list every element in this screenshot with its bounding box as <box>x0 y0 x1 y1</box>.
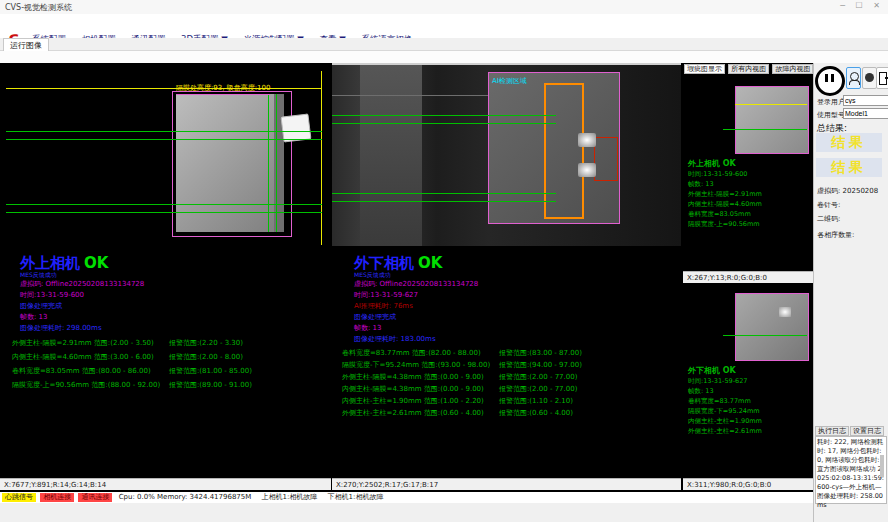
thumb2-line-title: 外下相机 OK <box>688 365 736 376</box>
thumb1-line: 时间:13-31-59-600 <box>688 170 747 179</box>
user-icon-body <box>849 80 860 85</box>
left-camera-name: 外上相机 <box>20 254 80 272</box>
exit-door-icon <box>879 72 887 85</box>
qr-code-label: 二维码: <box>817 214 840 224</box>
thumbnail-panel-1[interactable]: 外上相机 OK 时间:13-31-59-600 帧数: 13 外侧主柱-隔膜=2… <box>683 74 813 271</box>
thumb1-line: 帧数: 13 <box>688 180 714 189</box>
upper-camera-status: 上相机1:相机故障 <box>262 493 318 501</box>
pause-button[interactable] <box>815 66 845 96</box>
left-measure-row: 卷料宽度=83.05mm 范围:(80.00 - 86.00)报警范围:(81.… <box>12 366 151 376</box>
log-scrollbar[interactable] <box>880 455 884 477</box>
thumb2-line: 外侧主柱-主柱=2.61mm <box>688 427 762 436</box>
middle-camera-name: 外下相机 <box>354 254 414 272</box>
middle-measure-row: 隔膜宽度-下=95.24mm 范围:(93.00 - 98.00)报警范围:(9… <box>342 360 490 370</box>
middle-measure-row: 外侧主柱-主柱=2.61mm 范围:(0.60 - 4.00)报警范围:(0.6… <box>342 408 484 418</box>
virtual-code-text: 虚拟码: 20250208 <box>817 186 878 196</box>
left-measure-line-4 <box>6 212 322 213</box>
cpu-memory-text: Cpu: 0.0% Memory: 3424.41796875M <box>119 493 252 501</box>
tab-run-image[interactable]: 运行图像 <box>3 38 49 52</box>
window-controls[interactable]: ─ ☐ ✕ <box>840 1 884 10</box>
camera-connect-badge: 相机连接 <box>40 493 74 502</box>
left-process-done: 图像处理完成 <box>20 301 62 311</box>
left-measure-vline-1 <box>268 94 269 232</box>
gear-icon <box>865 73 874 82</box>
thumb2-line: 隔膜宽度-下=95.24mm <box>688 407 760 416</box>
status-bar: 心跳信号 相机连接 通讯连接 Cpu: 0.0% Memory: 3424.41… <box>0 492 813 503</box>
left-camera-panel[interactable]: 隔膜处高度:93, 吸盘高度:100 外上相机OK MES反馈成功 虚拟码: O… <box>0 63 331 478</box>
left-measure-row: 内侧主柱-隔膜=4.60mm 范围:(3.00 - 6.00)报警范围:(2.0… <box>12 352 154 362</box>
lower-camera-status: 下相机1:相机故障 <box>328 493 384 501</box>
left-overlay-text: 隔膜处高度:93, 吸盘高度:100 <box>176 83 270 95</box>
left-measure-row: 隔膜宽度-上=90.56mm 范围:(88.00 - 92.00)报警范围:(8… <box>12 380 160 390</box>
middle-process-time: 图像处理耗时: 183.00ms <box>354 334 436 344</box>
middle-measure-row: 外侧主柱-隔膜=4.38mm 范围:(0.00 - 9.00)报警范围:(2.0… <box>342 372 484 382</box>
left-ref-line-vertical <box>321 71 322 245</box>
middle-measure-line-2 <box>332 123 556 124</box>
comm-connect-badge: 通讯连接 <box>78 493 112 502</box>
log-textarea[interactable]: 耗时: 222, 网络检测耗时: 17, 网络分包耗时: 0, 网络读取分包耗时… <box>815 436 887 504</box>
left-result-ok: OK <box>84 254 108 272</box>
thumb2-mark-green <box>723 335 807 336</box>
left-coordinate-bar: X:7677;Y:891;R:14;G:14;B:14 <box>0 478 331 490</box>
middle-highlight-1 <box>578 133 596 147</box>
thumb1-mark-green <box>723 129 807 130</box>
middle-column-band <box>360 65 422 246</box>
middle-ai-box-red <box>594 137 618 181</box>
thumb2-line: 内侧主柱-主柱=1.90mm <box>688 417 762 426</box>
log-text: 耗时: 222, 网络检测耗时: 17, 网络分包耗时: 0, 网络读取分包耗时… <box>817 438 885 510</box>
middle-result-ok: OK <box>418 254 442 272</box>
login-user-input[interactable] <box>843 95 888 106</box>
thumb1-coordinate-bar: X:267;Y:13;R:0;G:0;B:0 <box>683 271 813 283</box>
result-box-upper: 结果 <box>816 133 882 152</box>
left-measure-row: 外侧主柱-隔膜=2.91mm 范围:(2.00 - 3.50)报警范围:(2.2… <box>12 338 154 348</box>
middle-ai-box-orange <box>544 83 584 219</box>
menu-bar: Ɛ 系统配置 相机配置 通讯配置 3D手配置 ▼ 光源控制配置 ▼ 查看 ▼ 系… <box>0 14 888 38</box>
middle-coordinate-bar: X:270;Y:2502;R:17;G:17;B:17 <box>332 478 681 490</box>
tab-settings-log[interactable]: 设置日志 <box>850 426 884 436</box>
middle-frame-count: 帧数: 13 <box>354 323 382 333</box>
tab-strip <box>0 38 888 51</box>
left-measure-line-1 <box>6 131 322 132</box>
result-box-lower: 结果 <box>816 158 882 177</box>
left-measure-vline-2 <box>276 94 277 232</box>
thumbnail-image-1 <box>735 86 809 154</box>
left-measure-line-3 <box>6 204 322 205</box>
exit-button[interactable] <box>876 67 888 89</box>
thumb1-line-title: 外上相机 OK <box>688 158 736 169</box>
thumbnail-tabs: 瑕疵图显示 所有内视图 故障内视图 <box>684 64 814 74</box>
left-frame-count: 帧数: 13 <box>20 312 48 322</box>
tab-all-images[interactable]: 所有内视图 <box>728 64 769 74</box>
window-title: CVS-视觉检测系统 <box>5 2 72 13</box>
middle-overlay-text: AI检测区域 <box>492 76 527 86</box>
tab-exec-log[interactable]: 执行日志 <box>815 426 849 436</box>
thumb1-line: 隔膜宽度-上=90.56mm <box>688 220 760 229</box>
middle-time: 时间:13-31-59-627 <box>354 290 418 300</box>
middle-measure-row: 内侧主柱-主柱=1.90mm 范围:(1.00 - 2.20)报警范围:(1.1… <box>342 396 484 406</box>
login-user-button[interactable] <box>846 67 861 89</box>
thumb2-line: 时间:13-31-59-627 <box>688 377 747 386</box>
heartbeat-badge: 心跳信号 <box>2 493 36 502</box>
model-input[interactable] <box>843 108 888 119</box>
settings-button[interactable] <box>862 67 877 89</box>
left-ref-line-horizontal <box>6 88 322 89</box>
thumb2-coordinate-bar: X:311;Y:980;R:0;G:0;B:0 <box>683 478 813 490</box>
thumbnail-panel-2[interactable]: 外下相机 OK 时间:13-31-59-627 帧数: 13 卷料宽度=83.7… <box>683 283 813 478</box>
app-window: { "window": { "title": "CVS-视觉检测系统", "co… <box>0 0 888 522</box>
thumb2-line: 卷料宽度=83.77mm <box>688 397 751 406</box>
middle-ai-time: AI推理耗时: 76ms <box>354 301 413 311</box>
middle-measure-row: 卷料宽度=83.77mm 范围:(82.00 - 88.00)报警范围:(83.… <box>342 348 481 358</box>
middle-barcode: 虚拟码: Offline20250208133134728 <box>354 279 478 289</box>
thumb2-line: 帧数: 13 <box>688 387 714 396</box>
thumb1-line: 内侧主柱-隔膜=4.60mm <box>688 200 762 209</box>
middle-camera-panel[interactable]: AI检测区域 外下相机OK MES反馈成功 虚拟码: Offline202502… <box>332 63 681 478</box>
middle-measure-row: 内侧主柱-隔膜=4.38mm 范围:(0.00 - 9.00)报警范围:(2.0… <box>342 384 484 394</box>
thumb1-line: 卷料宽度=83.05mm <box>688 210 751 219</box>
left-process-time: 图像处理耗时: 298.00ms <box>20 323 102 333</box>
middle-process-done: 图像处理完成 <box>354 312 396 322</box>
thumb1-line: 外侧主柱-隔膜=2.91mm <box>688 190 762 199</box>
middle-measure-line-3 <box>332 193 556 194</box>
tab-defect-image[interactable]: 瑕疵图显示 <box>684 64 725 74</box>
tab-fault-images[interactable]: 故障内视图 <box>772 64 813 74</box>
middle-highlight-2 <box>578 163 596 177</box>
middle-measure-line-1 <box>332 115 556 116</box>
